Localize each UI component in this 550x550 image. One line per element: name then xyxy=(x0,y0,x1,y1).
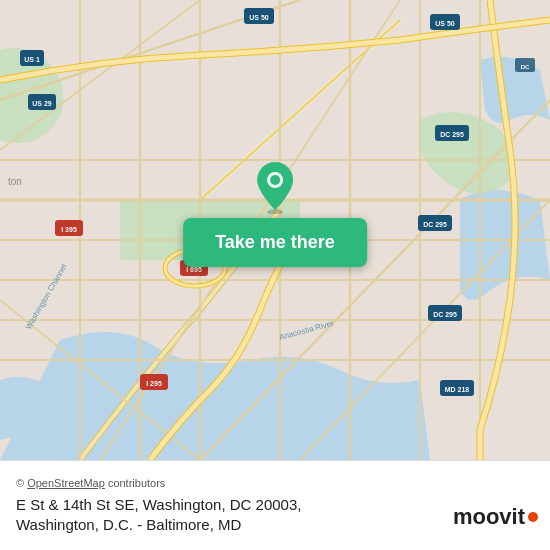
svg-text:I 695: I 695 xyxy=(186,266,202,273)
svg-text:US 1: US 1 xyxy=(24,56,40,63)
svg-text:DC 295: DC 295 xyxy=(423,221,447,228)
osm-attribution: © OpenStreetMap contributors xyxy=(16,477,534,489)
address-line2: Washington, D.C. - Baltimore, MD xyxy=(16,516,241,533)
svg-text:I 395: I 395 xyxy=(61,226,77,233)
svg-text:US 29: US 29 xyxy=(32,100,52,107)
osm-link[interactable]: OpenStreetMap xyxy=(27,477,105,489)
svg-text:ton: ton xyxy=(8,176,22,187)
svg-text:US 50: US 50 xyxy=(249,14,269,21)
moovit-dot xyxy=(528,512,538,522)
moovit-logo: moovit xyxy=(453,504,538,530)
map-container: Washington Channel Anacostia River US 1 … xyxy=(0,0,550,460)
svg-text:US 50: US 50 xyxy=(435,20,455,27)
svg-point-56 xyxy=(270,175,280,185)
svg-text:DC 295: DC 295 xyxy=(433,311,457,318)
address-line1: E St & 14th St SE, Washington, DC 20003, xyxy=(16,496,301,513)
moovit-brand-name: moovit xyxy=(453,504,525,530)
pin-container xyxy=(253,160,297,214)
osm-suffix: contributors xyxy=(105,477,166,489)
svg-text:MD 218: MD 218 xyxy=(445,386,470,393)
take-me-there-button[interactable]: Take me there xyxy=(183,218,367,267)
info-bar: © OpenStreetMap contributors E St & 14th… xyxy=(0,460,550,550)
svg-text:DC: DC xyxy=(521,64,530,70)
osm-prefix: © xyxy=(16,477,27,489)
svg-text:DC 295: DC 295 xyxy=(440,131,464,138)
button-overlay: Take me there xyxy=(183,160,367,267)
svg-text:I 295: I 295 xyxy=(146,380,162,387)
